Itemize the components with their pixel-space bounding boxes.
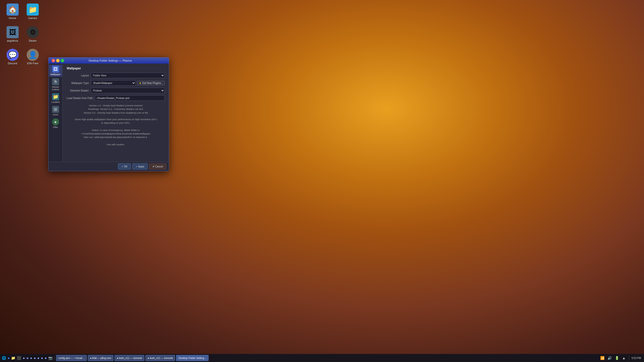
taskbar-separator-2 — [629, 355, 629, 360]
taskbar-task-config[interactable]: config.qml — ~/.local/... — [56, 355, 87, 361]
info-line-1: Version 1.0 - Simply load shaders (curre… — [67, 104, 165, 107]
taskbar-task-desktop-folder-label: Desktop Folder Setting... — [178, 357, 206, 359]
star-icon: ★ — [139, 82, 141, 84]
dialog-titlebar: ✕ − + Desktop Folder Settings — Plasma — [49, 58, 169, 64]
taskbar-task-kwin2-label: ● kwin_x11 — konsole — [148, 357, 173, 359]
notice-performance: Some high quality wallpapers have poor p… — [67, 118, 165, 121]
desktop-icon-argylbros[interactable]: 🖼 argylbros — [3, 25, 23, 43]
dialog-title: Desktop Folder Settings — Plasma — [64, 59, 156, 62]
notice-path: ~/.local/share/plasma/wallpaper/online.k… — [67, 132, 165, 135]
wallpaper-type-select[interactable]: ShaderWallpaper — [91, 80, 136, 86]
dialog-sidebar: 🖼 Wallpaper 🖱 Mouse Actions 📁 Location ⊞… — [49, 64, 63, 162]
taskbar-app-10[interactable]: 📷 — [48, 356, 53, 360]
taskbar-task-desktop-folder[interactable]: Desktop Folder Setting... — [176, 355, 208, 361]
discord-label: Discord — [8, 62, 17, 65]
taskbar-task-pllng-label: ● Add — pllng.com — [90, 357, 111, 359]
desktop-icon-ion-free[interactable]: 👤 ION Free — [23, 48, 43, 66]
desktop-icon-steam[interactable]: ⚙ Steam — [23, 25, 43, 43]
taskbar-app-8[interactable]: ● — [40, 356, 44, 360]
sidebar-wallpaper-label: Wallpaper — [50, 73, 60, 76]
taskbar-app-4[interactable]: ● — [26, 356, 29, 360]
home-label: Home — [9, 17, 16, 20]
sidebar-location-label: Location — [51, 101, 60, 103]
desktop-icon-discord[interactable]: 💬 Discord — [3, 48, 23, 66]
selected-shader-label: Selected Shader: — [67, 89, 89, 92]
taskbar-app-files[interactable]: 📁 — [10, 356, 16, 360]
ion-free-icon: 👤 — [27, 49, 39, 61]
taskbar-app-chromium[interactable]: ● — [7, 356, 10, 360]
apply-button[interactable]: ✓ Apply — [132, 163, 148, 169]
desktop: 🏠 Home 📁 Games 🖼 argylbros ⚙ Steam 💬 Dis… — [0, 0, 644, 362]
taskbar-app-6[interactable]: ● — [33, 356, 36, 360]
sidebar-item-location[interactable]: 📁 Location — [49, 92, 62, 104]
minimize-button[interactable]: − — [56, 59, 60, 62]
tray-up-icon[interactable]: ▲ — [621, 356, 626, 360]
games-label: Games — [28, 17, 37, 20]
sidebar-item-wallpaper[interactable]: 🖼 Wallpaper — [49, 65, 62, 77]
notice-box: Some high quality wallpapers have poor p… — [67, 118, 165, 146]
tray-battery-icon[interactable]: 🔋 — [614, 356, 620, 360]
steam-icon: ⚙ — [27, 26, 39, 38]
load-shader-input[interactable] — [95, 95, 165, 101]
taskbar-task-pllng[interactable]: ● Add — pllng.com — [88, 355, 113, 361]
selected-shader-row: Selected Shader: Protean — [67, 88, 165, 93]
layout-label: Layout: — [67, 74, 89, 77]
taskbar-app-terminal[interactable]: ⬛ — [16, 356, 22, 360]
filter-sidebar-icon: ● — [52, 118, 59, 125]
load-shader-row: Load Shader from Path: — [67, 95, 165, 101]
games-icon: 📁 — [27, 4, 39, 16]
info-line-2: Roadmap: Version 2.0 - Customize shaders… — [67, 107, 165, 111]
mouse-actions-sidebar-icon: 🖱 — [52, 78, 59, 85]
tray-volume-icon[interactable]: 🔊 — [607, 356, 613, 360]
taskbar-task-kwin1[interactable]: ● kwin_x11 — konsole — [114, 355, 144, 361]
wallpaper-sidebar-icon: 🖼 — [52, 66, 59, 73]
argylbros-icon: 🖼 — [7, 26, 19, 38]
dialog-content: Wallpaper Layout: Folder View Wallpaper … — [63, 64, 169, 162]
layout-select[interactable]: Folder View — [91, 73, 165, 78]
system-clock: 5:53 PM — [632, 357, 641, 359]
taskbar-app-5[interactable]: ● — [29, 356, 33, 360]
taskbar-task-kwin2[interactable]: ● kwin_x11 — konsole — [145, 355, 175, 361]
cancel-button[interactable]: ✗ Cancel — [149, 163, 166, 169]
location-sidebar-icon: 📁 — [52, 93, 59, 100]
tray-network-icon[interactable]: 📶 — [599, 356, 605, 360]
sidebar-item-icons[interactable]: ⊞ Icons — [49, 105, 62, 117]
ok-button[interactable]: ✓ OK — [118, 163, 131, 169]
info-line-3: Version 3.0 - Directly load shaders from… — [67, 111, 165, 115]
sidebar-item-mouse-actions[interactable]: 🖱 Mouse Actions — [49, 77, 62, 92]
notice-gpu: or depending on your GPU. — [67, 121, 165, 125]
content-section-title: Wallpaper — [67, 67, 165, 70]
system-tray: 📶 🔊 🔋 ▲ 5:53 PM — [599, 355, 643, 360]
sidebar-mouse-label: Mouse Actions — [50, 86, 62, 91]
dialog-body: 🖼 Wallpaper 🖱 Mouse Actions 📁 Location ⊞… — [49, 64, 169, 162]
sidebar-icons-label: Icons — [53, 113, 58, 116]
discord-icon: 💬 — [7, 49, 19, 61]
notice-relaunch: then run: "pkill plasmashell && plasmash… — [67, 135, 165, 139]
sidebar-filter-label: Filter — [53, 126, 58, 128]
argylbros-label: argylbros — [7, 39, 18, 42]
selected-shader-select[interactable]: Protean — [91, 88, 165, 93]
get-plugins-button[interactable]: ★ Get New Plugins... — [137, 81, 165, 85]
dialog-footer: ✓ OK ✓ Apply ✗ Cancel — [49, 162, 169, 171]
taskbar-app-9[interactable]: ● — [44, 356, 47, 360]
layout-row: Layout: Folder View — [67, 73, 165, 78]
maximize-button[interactable]: + — [61, 59, 64, 62]
taskbar-app-launcher[interactable]: 🌐 — [1, 356, 7, 360]
get-plugins-label: Get New Plugins... — [142, 82, 163, 84]
wallpaper-type-row: Wallpaper Type: ShaderWallpaper ★ Get Ne… — [67, 80, 165, 86]
desktop-icon-home[interactable]: 🏠 Home — [3, 3, 23, 21]
desktop-icon-games[interactable]: 📁 Games — [23, 3, 43, 21]
wallpaper-type-label: Wallpaper Type: — [67, 82, 89, 84]
steam-label: Steam — [29, 39, 37, 42]
sidebar-item-filter[interactable]: ● Filter — [49, 117, 62, 129]
close-button[interactable]: ✕ — [52, 59, 55, 62]
dialog-window: ✕ − + Desktop Folder Settings — Plasma 🖼… — [48, 57, 169, 171]
taskbar-app-7[interactable]: ● — [36, 356, 40, 360]
taskbar-app-3[interactable]: ● — [22, 356, 25, 360]
info-box: Version 1.0 - Simply load shaders (curre… — [67, 104, 165, 115]
notice-emergency-label: Notice: In case of emergency, delete fol… — [67, 128, 165, 132]
taskbar-task-kwin1-label: ● kwin_x11 — konsole — [117, 357, 142, 359]
load-shader-label: Load Shader from Path: — [67, 97, 93, 100]
icons-sidebar-icon: ⊞ — [52, 106, 59, 113]
taskbar-task-config-label: config.qml — ~/.local/... — [58, 357, 85, 359]
